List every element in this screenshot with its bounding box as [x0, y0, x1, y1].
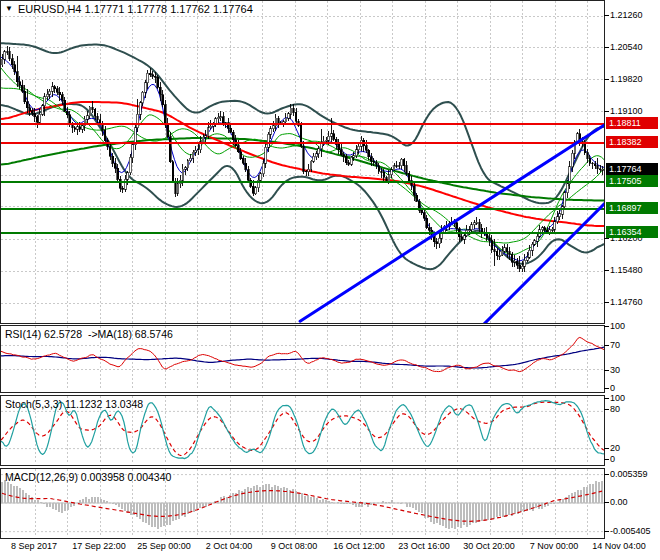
- macd-label: MACD(12,26,9) 0.003958 0.004340: [5, 471, 171, 483]
- macd-tick: 0.00: [610, 497, 628, 508]
- macd-panel[interactable]: MACD(12,26,9) 0.003958 0.004340: [0, 468, 605, 539]
- price-tick: 1.19100: [610, 106, 643, 117]
- mt4-chart-window: ▼ EURUSD,H4 1.17771 1.17778 1.17762 1.17…: [0, 0, 660, 560]
- rsi-tick: 100: [610, 321, 625, 332]
- stoch-tick: 20: [610, 443, 620, 454]
- support-badge: 1.16897: [606, 202, 658, 214]
- macd-tick: 0.005359: [610, 469, 648, 480]
- rsi-panel[interactable]: RSI(14) 62.5728 ->MA(18) 68.5746: [0, 325, 605, 393]
- support-badge: 1.17505: [606, 175, 658, 187]
- rsi-tick: 30: [610, 365, 620, 376]
- stoch-tick: 100: [610, 393, 625, 404]
- macd-tick: -0.005405: [610, 526, 651, 537]
- stochastic-label: Stoch(5,3,3) 11.1232 13.0348: [5, 398, 143, 410]
- chart-title-row: ▼ EURUSD,H4 1.17771 1.17778 1.17762 1.17…: [5, 3, 253, 15]
- current-price-badge: 1.17764: [606, 163, 658, 175]
- price-tick: 1.15480: [610, 265, 643, 276]
- price-chart-canvas[interactable]: [1, 1, 604, 323]
- price-tick: 1.14760: [610, 297, 643, 308]
- stochastic-panel[interactable]: Stoch(5,3,3) 11.1232 13.0348: [0, 395, 605, 466]
- chart-title: EURUSD,H4 1.17771 1.17778 1.17762 1.1776…: [18, 3, 253, 15]
- time-label: 14 Nov 04:00: [577, 541, 660, 551]
- price-tick: 1.19820: [610, 74, 643, 85]
- price-tick: 1.21260: [610, 10, 643, 21]
- rsi-label: RSI(14) 62.5728 ->MA(18) 68.5746: [5, 328, 173, 340]
- main-chart-panel[interactable]: ▼ EURUSD,H4 1.17771 1.17778 1.17762 1.17…: [0, 0, 605, 324]
- rsi-tick: 70: [610, 340, 620, 351]
- resistance-badge: 1.18811: [606, 117, 658, 129]
- resistance-badge: 1.18382: [606, 136, 658, 148]
- stoch-tick: 80: [610, 404, 620, 415]
- support-badge: 1.16354: [606, 226, 658, 238]
- chart-dropdown-icon[interactable]: ▼: [5, 4, 13, 14]
- stoch-tick: 0: [610, 454, 615, 465]
- time-axis: 8 Sep 2017 17 Sep 22:00 25 Sep 00:00 2 O…: [0, 541, 660, 555]
- price-tick: 1.20540: [610, 42, 643, 53]
